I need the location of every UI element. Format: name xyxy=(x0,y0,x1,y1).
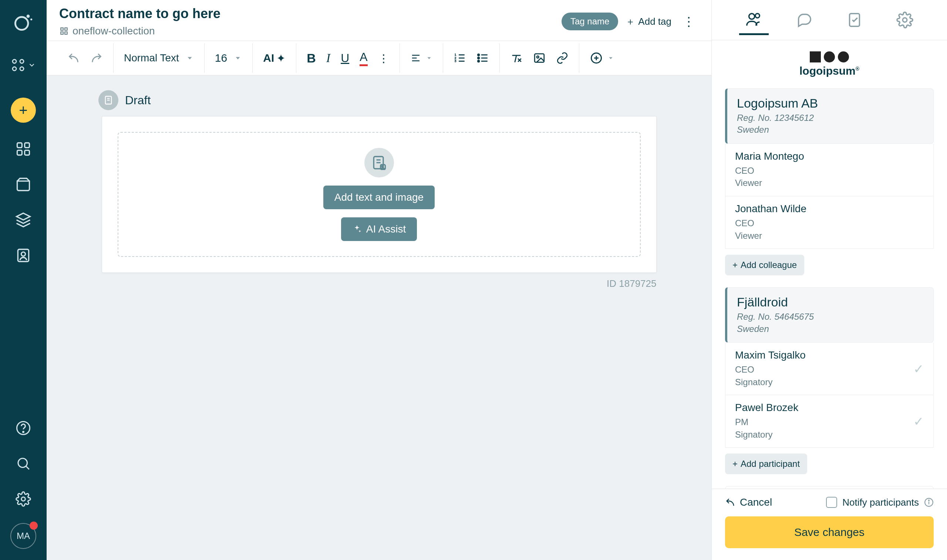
undo-button[interactable] xyxy=(67,52,80,64)
text-style-select[interactable]: Normal Text xyxy=(124,52,194,64)
company-reg: Reg. No. 12345612 xyxy=(737,113,814,123)
svg-point-61 xyxy=(902,18,907,22)
tag-chip[interactable]: Tag name xyxy=(561,12,618,30)
right-panel: logoipsum® Logoipsum AB Reg. No. 1234561… xyxy=(711,0,947,560)
company-country: Sweden xyxy=(737,324,769,334)
add-text-image-button[interactable]: Add text and image xyxy=(323,186,435,209)
participant-title: CEO xyxy=(735,365,754,374)
checkbox-icon xyxy=(826,497,837,508)
company-card[interactable]: Fjälldroid Reg. No. 54645675 Sweden xyxy=(725,287,934,343)
chevron-down-icon xyxy=(234,54,242,62)
cancel-button[interactable]: Cancel xyxy=(725,497,772,508)
logo-icon[interactable] xyxy=(12,10,35,33)
more-menu-icon[interactable]: ⋮ xyxy=(679,14,699,29)
add-block-button[interactable] xyxy=(590,51,614,65)
add-participant-label: Add participant xyxy=(740,459,800,469)
svg-rect-44 xyxy=(535,54,544,63)
nav-contacts-icon[interactable] xyxy=(12,244,35,267)
svg-line-17 xyxy=(26,466,29,469)
nav-inbox-icon[interactable] xyxy=(12,173,35,196)
text-color-button[interactable]: A xyxy=(359,50,367,66)
company-name: Logoipsum AB xyxy=(737,96,924,111)
participant-row[interactable]: Pawel Brozek PM Signatory ✓ xyxy=(725,395,934,448)
ai-toolbar-button[interactable]: AI ✦ xyxy=(263,52,285,65)
settings-icon[interactable] xyxy=(12,488,35,511)
add-colleague-button[interactable]: + Add colleague xyxy=(725,255,804,275)
nav-dashboard-icon[interactable] xyxy=(12,137,35,160)
align-button[interactable] xyxy=(410,52,432,63)
participants-scroll[interactable]: logoipsum® Logoipsum AB Reg. No. 1234561… xyxy=(712,40,947,489)
right-panel-tabs xyxy=(712,0,947,40)
participant-row[interactable]: Courtney Henry PO ✓ xyxy=(725,486,934,489)
profile-avatar[interactable]: MA xyxy=(10,523,36,549)
add-colleague-label: Add colleague xyxy=(740,260,797,270)
font-size-select[interactable]: 16 xyxy=(215,52,242,64)
add-tag-button[interactable]: ＋ Add tag xyxy=(626,15,671,28)
avatar-initials: MA xyxy=(17,531,30,541)
svg-line-41 xyxy=(515,55,516,62)
canvas-area: Draft Add text and image AI Assist ID 18… xyxy=(46,75,711,560)
svg-rect-9 xyxy=(17,151,22,155)
participant-name: Maria Montego xyxy=(735,151,804,162)
tab-audit[interactable] xyxy=(840,6,869,34)
svg-point-18 xyxy=(22,497,26,501)
tab-settings[interactable] xyxy=(890,6,920,34)
bold-button[interactable]: B xyxy=(307,51,316,65)
svg-point-40 xyxy=(478,60,480,62)
workspace-switcher[interactable] xyxy=(11,58,36,72)
content-dropzone[interactable]: Add text and image AI Assist xyxy=(118,132,641,257)
left-sidebar: + MA xyxy=(0,0,46,560)
nav-layers-icon[interactable] xyxy=(12,208,35,231)
participant-row[interactable]: Maxim Tsigalko CEO Signatory ✓ xyxy=(725,343,934,395)
create-button[interactable]: + xyxy=(11,98,36,123)
help-icon[interactable] xyxy=(12,417,35,440)
company-card[interactable]: Logoipsum AB Reg. No. 12345612 Sweden xyxy=(725,88,934,144)
signed-check-icon: ✓ xyxy=(913,362,924,376)
bullet-list-button[interactable] xyxy=(477,52,489,64)
svg-point-45 xyxy=(537,56,538,58)
info-icon[interactable] xyxy=(924,497,934,507)
text-image-icon xyxy=(364,148,394,177)
italic-button[interactable]: I xyxy=(326,51,330,65)
participant-role: Signatory xyxy=(735,429,773,440)
participant-row[interactable]: Maria Montego CEO Viewer xyxy=(725,144,934,196)
ai-assist-button[interactable]: AI Assist xyxy=(341,217,417,241)
participant-role: Viewer xyxy=(735,231,762,241)
contract-title[interactable]: Contract name to go here xyxy=(59,6,221,22)
insert-image-button[interactable] xyxy=(533,52,546,64)
notify-participants-checkbox[interactable]: Notify participants xyxy=(826,497,934,508)
right-panel-footer: Cancel Notify participants Save changes xyxy=(712,489,947,560)
svg-point-6 xyxy=(20,67,24,71)
svg-point-59 xyxy=(756,13,759,17)
svg-point-13 xyxy=(22,252,26,256)
svg-marker-23 xyxy=(188,57,191,59)
svg-point-58 xyxy=(749,13,755,19)
topbar: Contract name to go here oneflow-collect… xyxy=(46,0,711,41)
svg-rect-22 xyxy=(65,32,67,34)
participant-name: Pawel Brozek xyxy=(735,402,798,414)
redo-button[interactable] xyxy=(90,52,103,64)
svg-point-16 xyxy=(18,458,27,468)
save-changes-button[interactable]: Save changes xyxy=(725,516,934,548)
signed-check-icon: ✓ xyxy=(913,414,924,429)
insert-link-button[interactable] xyxy=(556,52,569,64)
participant-row[interactable]: Jonathan Wilde CEO Viewer xyxy=(725,196,934,249)
tab-comments[interactable] xyxy=(790,6,819,34)
more-format-icon[interactable]: ⋮ xyxy=(378,52,389,65)
svg-point-15 xyxy=(23,431,24,432)
svg-rect-8 xyxy=(25,143,29,148)
tab-participants[interactable] xyxy=(739,5,769,35)
collection-name[interactable]: oneflow-collection xyxy=(72,25,155,37)
svg-point-2 xyxy=(30,18,32,20)
chevron-down-icon xyxy=(186,54,194,62)
ordered-list-button[interactable]: 123 xyxy=(453,52,466,64)
participant-title: CEO xyxy=(735,166,754,175)
search-icon[interactable] xyxy=(12,452,35,475)
document-id: ID 1879725 xyxy=(102,278,657,289)
clear-format-button[interactable] xyxy=(510,52,523,64)
add-participant-button[interactable]: + Add participant xyxy=(725,454,807,474)
underline-button[interactable]: U xyxy=(341,51,349,65)
participant-role: Signatory xyxy=(735,377,773,387)
status-label: Draft xyxy=(125,94,151,107)
participant-title: CEO xyxy=(735,218,754,228)
